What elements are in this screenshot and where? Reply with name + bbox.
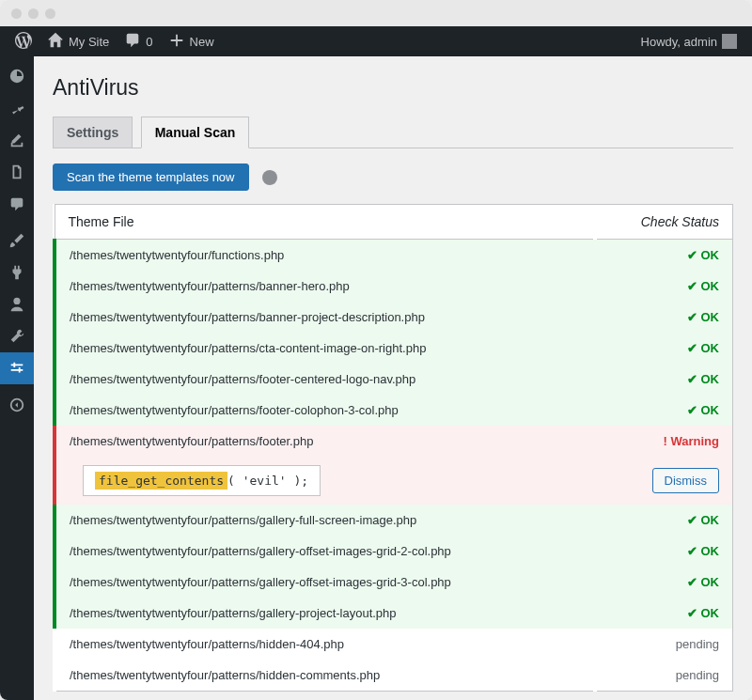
- file-path: /themes/twentytwentyfour/patterns/hidden…: [55, 660, 595, 692]
- table-row: /themes/twentytwentyfour/patterns/galler…: [55, 598, 733, 629]
- scan-results-table: Theme File Check Status /themes/twentytw…: [53, 204, 733, 692]
- page-title: AntiVirus: [53, 56, 733, 112]
- status-cell: ! Warning: [595, 426, 733, 457]
- comments-icon: [8, 195, 25, 212]
- menu-dashboard[interactable]: [0, 60, 34, 92]
- my-account-menu[interactable]: Howdy, admin: [634, 26, 744, 56]
- table-row: /themes/twentytwentyfour/patterns/footer…: [55, 364, 733, 395]
- file-path: /themes/twentytwentyfour/patterns/hidden…: [55, 629, 595, 660]
- menu-collapse[interactable]: [0, 389, 34, 421]
- collapse-icon: [8, 397, 25, 413]
- tab-bar: Settings Manual Scan: [53, 112, 733, 148]
- main-content: AntiVirus Settings Manual Scan Scan the …: [34, 56, 752, 700]
- table-row: /themes/twentytwentyfour/patterns/banner…: [55, 302, 733, 333]
- wp-logo-menu[interactable]: [8, 26, 39, 56]
- spinner-icon: [262, 170, 277, 185]
- file-path: /themes/twentytwentyfour/patterns/galler…: [55, 505, 595, 536]
- menu-posts[interactable]: [0, 92, 34, 124]
- table-row: /themes/twentytwentyfour/patterns/galler…: [55, 567, 733, 598]
- status-cell: ✔ OK: [595, 271, 733, 302]
- status-cell: ✔ OK: [595, 536, 733, 567]
- admin-sidebar: [0, 56, 34, 700]
- file-path: /themes/twentytwentyfour/patterns/footer…: [55, 364, 595, 395]
- file-path: /themes/twentytwentyfour/patterns/galler…: [55, 567, 595, 598]
- status-cell: ✔ OK: [595, 598, 733, 629]
- table-row: /themes/twentytwentyfour/patterns/galler…: [55, 536, 733, 567]
- site-name-menu[interactable]: My Site: [39, 26, 117, 56]
- col-theme-file: Theme File: [55, 205, 595, 240]
- menu-antivirus[interactable]: [0, 352, 34, 384]
- home-icon: [47, 32, 64, 52]
- window-dot: [45, 8, 55, 19]
- status-cell: ✔ OK: [595, 333, 733, 364]
- plus-icon: [168, 32, 185, 52]
- browser-chrome: [0, 0, 752, 26]
- menu-tools[interactable]: [0, 320, 34, 352]
- status-cell: pending: [595, 660, 733, 692]
- file-path: /themes/twentytwentyfour/patterns/cta-co…: [55, 333, 595, 364]
- file-path: /themes/twentytwentyfour/patterns/galler…: [55, 536, 595, 567]
- menu-users[interactable]: [0, 288, 34, 320]
- dismiss-cell: Dismiss: [595, 457, 733, 505]
- code-highlight: file_get_contents: [95, 472, 227, 490]
- table-row: /themes/twentytwentyfour/patterns/hidden…: [55, 660, 733, 692]
- table-row: /themes/twentytwentyfour/patterns/hidden…: [55, 629, 733, 660]
- dashboard-icon: [8, 68, 25, 85]
- file-path: /themes/twentytwentyfour/patterns/galler…: [55, 598, 595, 629]
- status-cell: ✔ OK: [595, 364, 733, 395]
- table-row: /themes/twentytwentyfour/patterns/galler…: [55, 505, 733, 536]
- table-row: /themes/twentytwentyfour/functions.php✔ …: [55, 240, 733, 272]
- window-dot: [11, 8, 22, 19]
- warning-code-cell: file_get_contents( 'evil' );: [55, 457, 595, 505]
- menu-pages[interactable]: [0, 156, 34, 188]
- dismiss-button[interactable]: Dismiss: [652, 468, 720, 493]
- comments-menu[interactable]: 0: [117, 26, 160, 56]
- file-path: /themes/twentytwentyfour/patterns/footer…: [55, 395, 595, 426]
- avatar-icon: [722, 34, 737, 49]
- menu-comments[interactable]: [0, 188, 34, 220]
- file-path: /themes/twentytwentyfour/functions.php: [55, 240, 595, 272]
- howdy-text: Howdy, admin: [641, 35, 717, 49]
- window-dot: [28, 8, 39, 19]
- table-row: /themes/twentytwentyfour/patterns/cta-co…: [55, 333, 733, 364]
- code-snippet: file_get_contents( 'evil' );: [83, 465, 321, 496]
- scan-button[interactable]: Scan the theme templates now: [53, 163, 249, 191]
- status-cell: ✔ OK: [595, 395, 733, 426]
- brush-icon: [8, 232, 25, 249]
- status-cell: ✔ OK: [595, 505, 733, 536]
- table-row: /themes/twentytwentyfour/patterns/banner…: [55, 271, 733, 302]
- wrench-icon: [8, 328, 25, 345]
- tab-settings[interactable]: Settings: [53, 117, 133, 148]
- menu-media[interactable]: [0, 124, 34, 156]
- file-path: /themes/twentytwentyfour/patterns/banner…: [55, 271, 595, 302]
- site-name: My Site: [69, 35, 109, 49]
- file-path: /themes/twentytwentyfour/patterns/banner…: [55, 302, 595, 333]
- menu-appearance[interactable]: [0, 225, 34, 257]
- wordpress-icon: [15, 32, 32, 52]
- warning-detail-row: file_get_contents( 'evil' );Dismiss: [55, 457, 733, 505]
- pages-icon: [8, 163, 25, 180]
- comments-count: 0: [146, 35, 152, 49]
- plugin-icon: [8, 264, 25, 281]
- status-cell: ✔ OK: [595, 240, 733, 272]
- media-icon: [8, 132, 25, 148]
- file-path: /themes/twentytwentyfour/patterns/footer…: [55, 426, 595, 457]
- status-cell: ✔ OK: [595, 302, 733, 333]
- status-cell: pending: [595, 629, 733, 660]
- new-label: New: [190, 35, 214, 49]
- menu-plugins[interactable]: [0, 257, 34, 288]
- col-check-status: Check Status: [595, 205, 733, 240]
- comment-icon: [124, 32, 141, 52]
- sliders-icon: [8, 360, 25, 377]
- table-row: /themes/twentytwentyfour/patterns/footer…: [55, 395, 733, 426]
- status-cell: ✔ OK: [595, 567, 733, 598]
- user-icon: [8, 296, 25, 313]
- tab-manual-scan[interactable]: Manual Scan: [141, 117, 250, 148]
- pin-icon: [8, 100, 25, 117]
- table-row: /themes/twentytwentyfour/patterns/footer…: [55, 426, 733, 457]
- new-content-menu[interactable]: New: [161, 26, 222, 56]
- admin-bar: My Site 0 New Howdy, admin: [0, 26, 752, 56]
